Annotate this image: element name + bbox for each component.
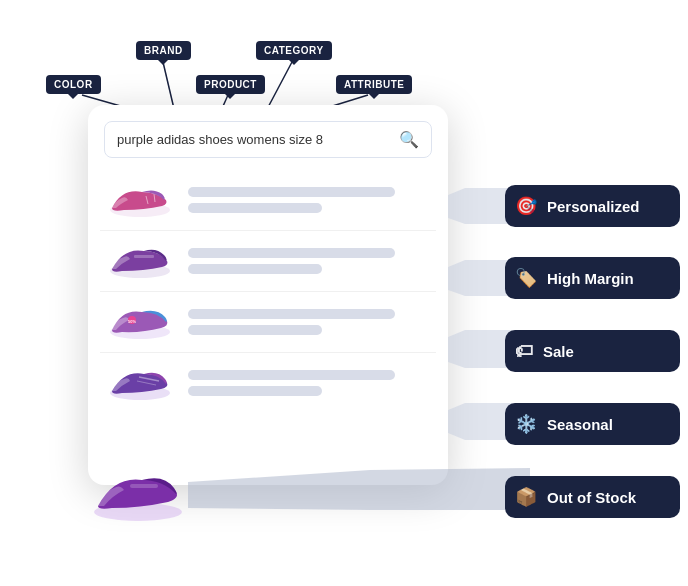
product-image: 50%: [104, 300, 176, 344]
product-image: [104, 178, 176, 222]
product-image: [104, 239, 176, 283]
svg-rect-13: [130, 484, 158, 488]
pill-sale: 🏷 Sale: [505, 330, 680, 372]
product-info-bars: [188, 370, 432, 396]
bar: [188, 187, 395, 197]
product-list: 50%: [88, 166, 448, 417]
bar: [188, 309, 395, 319]
personalized-icon: 🎯: [515, 195, 537, 217]
high-margin-icon: 🏷️: [515, 267, 537, 289]
tag-color: COLOR: [46, 75, 101, 94]
seasonal-icon: ❄️: [515, 413, 537, 435]
product-image-bottom: [88, 462, 188, 526]
pill-label: High Margin: [547, 270, 634, 287]
search-input-text: purple adidas shoes womens size 8: [117, 132, 399, 147]
tag-brand: BRAND: [136, 41, 191, 60]
pill-out-of-stock: 📦 Out of Stock: [505, 476, 680, 518]
svg-text:50%: 50%: [128, 319, 136, 324]
bar: [188, 370, 395, 380]
pill-label: Seasonal: [547, 416, 613, 433]
product-image: [104, 361, 176, 405]
scene: COLOR BRAND PRODUCT CATEGORY ATTRIBUTE p…: [0, 0, 688, 586]
bar: [188, 386, 322, 396]
pill-personalized: 🎯 Personalized: [505, 185, 680, 227]
product-info-bars: [188, 248, 432, 274]
pill-label: Sale: [543, 343, 574, 360]
out-of-stock-icon: 📦: [515, 486, 537, 508]
search-card: purple adidas shoes womens size 8 🔍: [88, 105, 448, 485]
product-info-bars: [188, 309, 432, 335]
product-info-bars: [188, 187, 432, 213]
table-row[interactable]: [100, 170, 436, 231]
bar: [188, 203, 322, 213]
sale-icon: 🏷: [515, 341, 533, 362]
pill-seasonal: ❄️ Seasonal: [505, 403, 680, 445]
bar: [188, 264, 322, 274]
bar: [188, 325, 322, 335]
tag-attribute: ATTRIBUTE: [336, 75, 412, 94]
search-bar[interactable]: purple adidas shoes womens size 8 🔍: [104, 121, 432, 158]
svg-rect-7: [134, 255, 154, 258]
pill-high-margin: 🏷️ High Margin: [505, 257, 680, 299]
tag-product: PRODUCT: [196, 75, 265, 94]
pill-label: Out of Stock: [547, 489, 636, 506]
table-row[interactable]: [100, 231, 436, 292]
pill-label: Personalized: [547, 198, 640, 215]
table-row[interactable]: 50%: [100, 292, 436, 353]
search-icon[interactable]: 🔍: [399, 130, 419, 149]
bar: [188, 248, 395, 258]
tag-category: CATEGORY: [256, 41, 332, 60]
table-row[interactable]: [100, 353, 436, 413]
